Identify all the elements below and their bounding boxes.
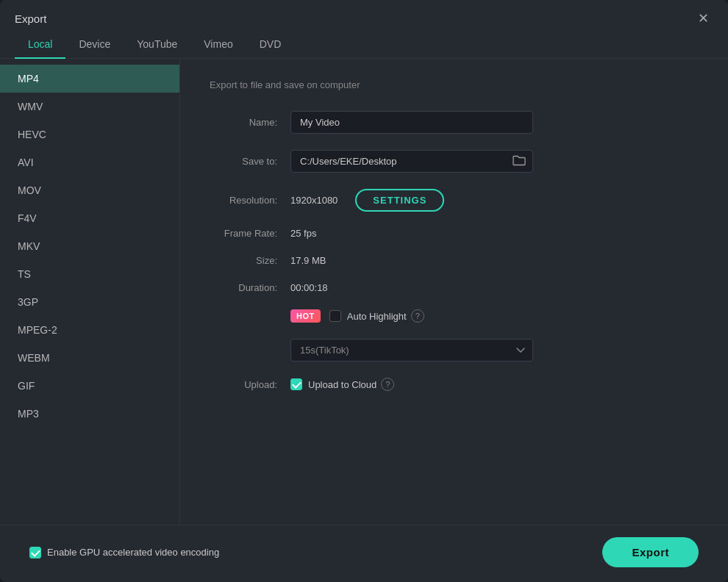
gpu-checkbox[interactable] <box>29 547 41 558</box>
sidebar-item-mp4[interactable]: MP4 <box>0 65 179 93</box>
sidebar-item-hevc[interactable]: HEVC <box>0 121 179 148</box>
panel-description: Export to file and save on computer <box>210 79 699 90</box>
size-value: 17.9 MB <box>290 255 326 266</box>
upload-to-cloud-checkbox[interactable] <box>290 378 302 390</box>
format-sidebar: MP4 WMV HEVC AVI MOV F4V MKV TS 3GP MPEG… <box>0 59 180 525</box>
name-row: Name: <box>210 111 699 134</box>
upload-help-icon[interactable]: ? <box>381 378 394 391</box>
duration-value: 00:00:18 <box>290 282 328 293</box>
auto-highlight-row: HOT Auto Highlight ? <box>210 309 699 323</box>
name-label: Name: <box>210 117 290 128</box>
resolution-label: Resolution: <box>210 195 290 206</box>
sidebar-item-mp3[interactable]: MP3 <box>0 400 179 428</box>
tab-youtube[interactable]: YouTube <box>124 32 190 59</box>
name-input[interactable] <box>290 111 533 134</box>
path-wrapper <box>290 150 533 173</box>
upload-label: Upload: <box>210 379 290 390</box>
frame-rate-row: Frame Rate: 25 fps <box>210 228 699 239</box>
sidebar-item-webm[interactable]: WEBM <box>0 344 179 372</box>
auto-highlight-help-icon[interactable]: ? <box>411 309 424 323</box>
tab-local[interactable]: Local <box>15 32 65 59</box>
size-row: Size: 17.9 MB <box>210 255 699 266</box>
sidebar-item-mpeg2[interactable]: MPEG-2 <box>0 316 179 344</box>
export-dialog: Export ✕ Local Device YouTube Vimeo DVD … <box>0 0 728 582</box>
highlight-duration-row: 15s(TikTok) 30s 60s <box>210 339 699 362</box>
sidebar-item-avi[interactable]: AVI <box>0 148 179 176</box>
upload-to-cloud-text: Upload to Cloud <box>308 379 377 390</box>
size-label: Size: <box>210 255 290 266</box>
tab-device[interactable]: Device <box>65 32 124 59</box>
save-to-row: Save to: <box>210 150 699 173</box>
duration-row: Duration: 00:00:18 <box>210 282 699 293</box>
tab-bar: Local Device YouTube Vimeo DVD <box>0 26 728 59</box>
content-area: MP4 WMV HEVC AVI MOV F4V MKV TS 3GP MPEG… <box>0 59 728 525</box>
sidebar-item-wmv[interactable]: WMV <box>0 93 179 121</box>
gpu-label-text: Enable GPU accelerated video encoding <box>47 547 219 558</box>
settings-button[interactable]: SETTINGS <box>355 189 444 212</box>
frame-rate-label: Frame Rate: <box>210 228 290 239</box>
tab-dvd[interactable]: DVD <box>246 32 295 59</box>
bottom-bar: Enable GPU accelerated video encoding Ex… <box>0 525 728 582</box>
highlight-duration-dropdown[interactable]: 15s(TikTok) 30s 60s <box>290 339 533 362</box>
sidebar-item-mov[interactable]: MOV <box>0 176 179 204</box>
folder-icon <box>513 154 526 166</box>
folder-browse-button[interactable] <box>511 153 527 170</box>
gpu-check-label[interactable]: Enable GPU accelerated video encoding <box>29 547 219 558</box>
save-to-label: Save to: <box>210 156 290 167</box>
auto-highlight-label[interactable]: Auto Highlight <box>329 310 407 322</box>
auto-highlight-checkbox[interactable] <box>329 310 341 322</box>
frame-rate-value: 25 fps <box>290 228 316 239</box>
sidebar-item-mkv[interactable]: MKV <box>0 232 179 260</box>
save-path-input[interactable] <box>290 150 533 173</box>
sidebar-item-3gp[interactable]: 3GP <box>0 288 179 316</box>
resolution-row: Resolution: 1920x1080 SETTINGS <box>210 189 699 212</box>
sidebar-item-gif[interactable]: GIF <box>0 372 179 400</box>
sidebar-item-f4v[interactable]: F4V <box>0 204 179 232</box>
resolution-value: 1920x1080 <box>290 195 338 206</box>
hot-badge: HOT <box>290 309 321 323</box>
duration-label: Duration: <box>210 282 290 293</box>
upload-to-cloud-label[interactable]: Upload to Cloud <box>290 378 377 390</box>
dialog-title: Export <box>15 12 46 25</box>
auto-highlight-text: Auto Highlight <box>347 311 407 322</box>
export-button[interactable]: Export <box>602 537 699 567</box>
main-panel: Export to file and save on computer Name… <box>180 59 728 525</box>
tab-vimeo[interactable]: Vimeo <box>190 32 246 59</box>
title-bar: Export ✕ <box>0 0 728 26</box>
sidebar-item-ts[interactable]: TS <box>0 260 179 288</box>
close-button[interactable]: ✕ <box>693 10 713 26</box>
upload-row: Upload: Upload to Cloud ? <box>210 378 699 391</box>
